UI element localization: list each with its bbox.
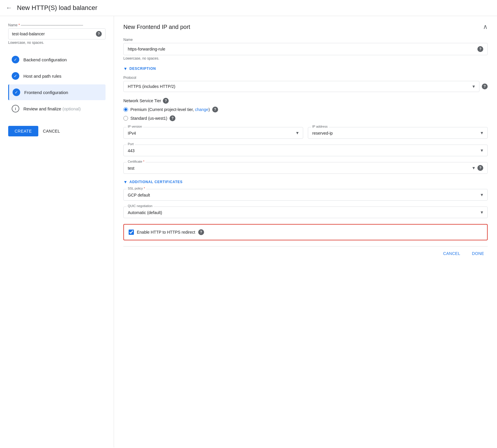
- panel-done-button[interactable]: DONE: [468, 249, 488, 258]
- certificate-legend: Certificate *: [127, 160, 146, 163]
- port-group: Port 443 ▼: [123, 145, 488, 156]
- ssl-policy-fieldset[interactable]: SSL policy * GCP default ▼: [123, 189, 488, 201]
- page-title: New HTTP(S) load balancer: [17, 4, 97, 12]
- network-tier-section: Network Service Tier ? Premium (Current …: [123, 98, 488, 121]
- step-backend-label: Backend configuration: [23, 57, 67, 62]
- name-field-group: Name * ───────────────────────── ? Lower…: [8, 23, 106, 45]
- panel-title: New Frontend IP and port: [123, 24, 190, 30]
- name-required-marker: *: [18, 23, 20, 27]
- port-select[interactable]: 443: [124, 145, 487, 156]
- ssl-policy-required-marker: *: [144, 187, 145, 190]
- cancel-button-sidebar[interactable]: CANCEL: [43, 129, 60, 133]
- step-backend-icon: ✓: [12, 56, 19, 63]
- panel-header: New Frontend IP and port ∧: [123, 23, 488, 31]
- certificate-help-icon[interactable]: ?: [477, 165, 483, 171]
- ip-version-fieldset[interactable]: IP version IPv4 ▼: [123, 127, 303, 139]
- step-frontend[interactable]: ✓ Frontend configuration: [8, 84, 106, 100]
- sidebar: Name * ───────────────────────── ? Lower…: [0, 16, 114, 447]
- step-backend[interactable]: ✓ Backend configuration: [8, 52, 106, 67]
- protocol-label: Protocol: [123, 76, 488, 80]
- radio-standard-input[interactable]: [123, 116, 128, 121]
- step-frontend-icon: ✓: [13, 88, 20, 96]
- http-redirect-checkbox[interactable]: [129, 230, 134, 235]
- certificate-group: Certificate * test ▼ ?: [123, 162, 488, 174]
- radio-premium-input[interactable]: [123, 107, 128, 112]
- ip-row: IP version IPv4 ▼ IP address reserved-ip…: [123, 127, 488, 139]
- name-help-icon[interactable]: ?: [96, 31, 102, 37]
- port-fieldset[interactable]: Port 443 ▼: [123, 145, 488, 156]
- frontend-name-input[interactable]: [128, 47, 477, 51]
- panel-footer: CANCEL DONE: [123, 246, 488, 258]
- ip-version-legend: IP version: [127, 125, 143, 128]
- protocol-help-icon[interactable]: ?: [482, 84, 488, 89]
- quic-legend: QUIC negotiation: [127, 204, 153, 208]
- step-review[interactable]: i Review and finalize (optional): [8, 101, 106, 117]
- ssl-policy-select[interactable]: GCP default: [124, 189, 487, 200]
- quic-group: QUIC negotiation Automatic (default) ▼: [123, 206, 488, 218]
- frontend-name-help-icon[interactable]: ?: [477, 46, 483, 52]
- name-hint: Lowercase, no spaces.: [8, 41, 106, 45]
- ssl-policy-legend: SSL policy *: [127, 187, 146, 190]
- quic-fieldset[interactable]: QUIC negotiation Automatic (default) ▼: [123, 206, 488, 218]
- protocol-group: Protocol HTTPS (includes HTTP/2) ▼ ?: [123, 76, 488, 92]
- action-buttons: CREATE CANCEL: [8, 126, 106, 136]
- protocol-select-row: HTTPS (includes HTTP/2) ▼ ?: [123, 81, 488, 92]
- step-review-icon: i: [12, 105, 19, 112]
- frontend-name-input-wrapper[interactable]: ?: [123, 43, 488, 55]
- step-host[interactable]: ✓ Host and path rules: [8, 68, 106, 84]
- step-frontend-label: Frontend configuration: [24, 90, 68, 95]
- name-input[interactable]: [12, 32, 96, 36]
- page-header: ← New HTTP(S) load balancer: [0, 0, 497, 16]
- radio-standard[interactable]: Standard (us-west1) ?: [123, 115, 488, 121]
- network-tier-label: Network Service Tier ?: [123, 98, 488, 104]
- radio-standard-help-icon[interactable]: ?: [170, 115, 175, 121]
- http-redirect-row[interactable]: Enable HTTP to HTTPS redirect ?: [123, 224, 488, 240]
- frontend-name-group: Name ? Lowercase, no spaces.: [123, 38, 488, 60]
- change-link[interactable]: change: [195, 107, 208, 112]
- quic-select[interactable]: Automatic (default): [124, 207, 487, 218]
- port-legend: Port: [127, 142, 135, 146]
- protocol-select-wrapper[interactable]: HTTPS (includes HTTP/2) ▼: [123, 81, 479, 92]
- right-panel: New Frontend IP and port ∧ Name ? Lowerc…: [114, 16, 497, 447]
- nav-steps: ✓ Backend configuration ✓ Host and path …: [8, 52, 106, 117]
- radio-premium-label: Premium (Current project-level tier, cha…: [130, 107, 210, 112]
- name-field-label: Name * ─────────────────────────: [8, 23, 106, 27]
- additional-certs-chevron-icon: ▼: [123, 180, 128, 184]
- back-icon: ←: [6, 5, 12, 11]
- radio-premium-help-icon[interactable]: ?: [212, 107, 218, 112]
- step-host-icon: ✓: [12, 72, 19, 80]
- ip-address-select[interactable]: reserved-ip: [308, 127, 487, 138]
- protocol-select[interactable]: HTTPS (includes HTTP/2): [124, 81, 479, 92]
- radio-standard-label: Standard (us-west1): [130, 116, 167, 121]
- http-redirect-help-icon[interactable]: ?: [198, 229, 204, 235]
- description-section-toggle[interactable]: ▼ DESCRIPTION: [123, 66, 488, 71]
- frontend-name-label: Name: [123, 38, 488, 42]
- main-layout: Name * ───────────────────────── ? Lower…: [0, 16, 497, 447]
- certificate-fieldset: Certificate * test ▼ ?: [123, 162, 488, 174]
- panel-cancel-button[interactable]: CANCEL: [440, 249, 464, 258]
- additional-certs-toggle[interactable]: ▼ ADDITIONAL CERTIFICATES: [123, 180, 488, 184]
- back-button[interactable]: ←: [6, 5, 12, 11]
- network-tier-help-icon[interactable]: ?: [163, 98, 169, 104]
- description-section-label: DESCRIPTION: [130, 67, 156, 71]
- ip-version-select[interactable]: IPv4: [124, 127, 303, 138]
- radio-premium[interactable]: Premium (Current project-level tier, cha…: [123, 107, 488, 112]
- ip-address-group: IP address reserved-ip ▼: [308, 127, 488, 139]
- additional-certs-label: ADDITIONAL CERTIFICATES: [130, 180, 183, 184]
- name-input-wrapper[interactable]: ?: [8, 28, 106, 39]
- step-review-optional: (optional): [62, 106, 81, 111]
- step-review-label: Review and finalize (optional): [23, 106, 81, 111]
- create-button[interactable]: CREATE: [8, 126, 38, 136]
- certificate-select[interactable]: test: [124, 162, 487, 173]
- ssl-policy-group: SSL policy * GCP default ▼: [123, 189, 488, 201]
- frontend-name-hint: Lowercase, no spaces.: [123, 56, 488, 60]
- certificate-required-marker: *: [143, 160, 144, 163]
- description-chevron-icon: ▼: [123, 66, 128, 71]
- ip-address-legend: IP address: [311, 125, 329, 128]
- ip-address-fieldset[interactable]: IP address reserved-ip ▼: [308, 127, 488, 139]
- http-redirect-label: Enable HTTP to HTTPS redirect: [137, 230, 195, 235]
- ip-version-group: IP version IPv4 ▼: [123, 127, 303, 139]
- step-host-label: Host and path rules: [23, 74, 61, 79]
- collapse-icon[interactable]: ∧: [483, 23, 488, 31]
